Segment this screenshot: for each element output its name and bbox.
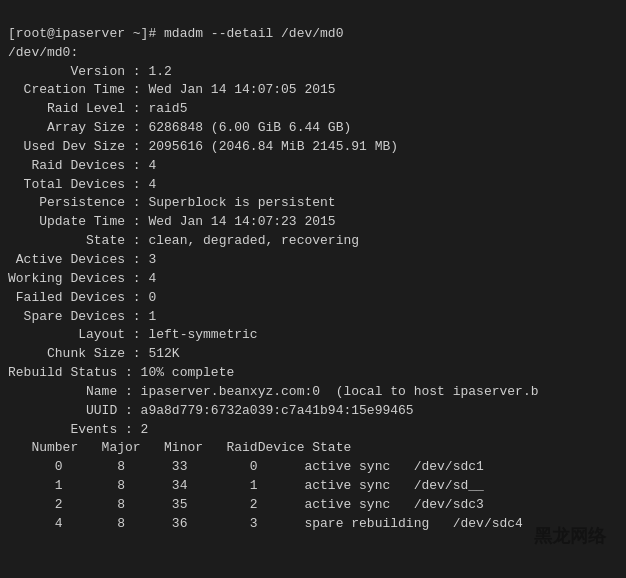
terminal-line: Update Time : Wed Jan 14 14:07:23 2015: [8, 213, 618, 232]
terminal-line: [root@ipaserver ~]# mdadm --detail /dev/…: [8, 25, 618, 44]
terminal-line: Working Devices : 4: [8, 270, 618, 289]
terminal-line: State : clean, degraded, recovering: [8, 232, 618, 251]
terminal-line: Creation Time : Wed Jan 14 14:07:05 2015: [8, 81, 618, 100]
terminal-line: Chunk Size : 512K: [8, 345, 618, 364]
terminal-line: Total Devices : 4: [8, 176, 618, 195]
terminal-line: 0 8 33 0 active sync /dev/sdc1: [8, 458, 618, 477]
terminal-line: 4 8 36 3 spare rebuilding /dev/sdc4: [8, 515, 618, 534]
terminal-line: Failed Devices : 0: [8, 289, 618, 308]
terminal-line: 1 8 34 1 active sync /dev/sd__: [8, 477, 618, 496]
terminal-line: 2 8 35 2 active sync /dev/sdc3: [8, 496, 618, 515]
terminal-line: Array Size : 6286848 (6.00 GiB 6.44 GB): [8, 119, 618, 138]
terminal-line: Name : ipaserver.beanxyz.com:0 (local to…: [8, 383, 618, 402]
terminal-line: Raid Level : raid5: [8, 100, 618, 119]
terminal-line: Spare Devices : 1: [8, 308, 618, 327]
terminal-line: Persistence : Superblock is persistent: [8, 194, 618, 213]
terminal-line: Raid Devices : 4: [8, 157, 618, 176]
terminal-line: Version : 1.2: [8, 63, 618, 82]
terminal-line: Number Major Minor RaidDevice State: [8, 439, 618, 458]
terminal-window: [root@ipaserver ~]# mdadm --detail /dev/…: [0, 0, 626, 578]
terminal-line: /dev/md0:: [8, 44, 618, 63]
terminal-line: Used Dev Size : 2095616 (2046.84 MiB 214…: [8, 138, 618, 157]
terminal-line: Active Devices : 3: [8, 251, 618, 270]
terminal-line: UUID : a9a8d779:6732a039:c7a41b94:15e994…: [8, 402, 618, 421]
terminal-line: Layout : left-symmetric: [8, 326, 618, 345]
terminal-line: Rebuild Status : 10% complete: [8, 364, 618, 383]
terminal-line: Events : 2: [8, 421, 618, 440]
